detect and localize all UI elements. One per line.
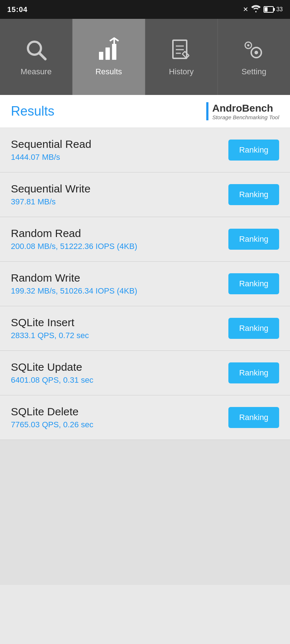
svg-rect-13 bbox=[182, 51, 189, 58]
result-name: SQLite Insert bbox=[11, 316, 228, 329]
result-value: 6401.08 QPS, 0.31 sec bbox=[11, 375, 228, 385]
ranking-button-sequential-write[interactable]: Ranking bbox=[228, 184, 279, 205]
page-title: Results bbox=[11, 104, 54, 119]
result-info: Sequential Write 397.81 MB/s bbox=[11, 183, 228, 207]
ranking-button-random-write[interactable]: Ranking bbox=[228, 273, 279, 294]
result-info: SQLite Delete 7765.03 QPS, 0.26 sec bbox=[11, 406, 228, 429]
svg-line-4 bbox=[39, 53, 45, 59]
status-time: 15:04 bbox=[7, 5, 28, 14]
result-item-sqlite-update: SQLite Update 6401.08 QPS, 0.31 sec Rank… bbox=[0, 351, 290, 395]
result-item-sqlite-delete: SQLite Delete 7765.03 QPS, 0.26 sec Rank… bbox=[0, 395, 290, 440]
svg-rect-7 bbox=[112, 44, 116, 60]
result-value: 2833.1 QPS, 0.72 sec bbox=[11, 331, 228, 340]
svg-rect-1 bbox=[265, 7, 268, 12]
result-name: SQLite Update bbox=[11, 361, 228, 373]
results-list: Sequential Read 1444.07 MB/s Ranking Seq… bbox=[0, 128, 290, 440]
brand-name: AndroBench bbox=[212, 103, 279, 114]
tab-setting[interactable]: Setting bbox=[218, 19, 290, 95]
result-item-sequential-read: Sequential Read 1444.07 MB/s Ranking bbox=[0, 128, 290, 173]
result-name: Random Read bbox=[11, 227, 228, 240]
svg-rect-2 bbox=[274, 8, 275, 11]
result-value: 199.32 MB/s, 51026.34 IOPS (4KB) bbox=[11, 286, 228, 296]
brand-accent-bar bbox=[206, 102, 208, 120]
tab-history[interactable]: History bbox=[145, 19, 218, 95]
result-item-sequential-write: Sequential Write 397.81 MB/s Ranking bbox=[0, 173, 290, 217]
battery-indicator: 33 bbox=[264, 6, 283, 13]
result-info: Random Read 200.08 MB/s, 51222.36 IOPS (… bbox=[11, 227, 228, 251]
result-item-random-write: Random Write 199.32 MB/s, 51026.34 IOPS … bbox=[0, 262, 290, 306]
result-item-sqlite-insert: SQLite Insert 2833.1 QPS, 0.72 sec Ranki… bbox=[0, 306, 290, 351]
gear-icon bbox=[241, 37, 266, 63]
result-name: Sequential Read bbox=[11, 138, 228, 150]
notification-icon: ✕ bbox=[243, 5, 248, 13]
svg-rect-6 bbox=[105, 47, 110, 60]
brand-logo: AndroBench Storage Benchmarking Tool bbox=[206, 102, 279, 120]
battery-level: 33 bbox=[276, 6, 283, 13]
result-name: Sequential Write bbox=[11, 183, 228, 195]
svg-point-15 bbox=[254, 51, 258, 54]
result-name: Random Write bbox=[11, 272, 228, 284]
result-value: 397.81 MB/s bbox=[11, 197, 228, 207]
page-header: Results AndroBench Storage Benchmarking … bbox=[0, 95, 290, 128]
bottom-empty-area bbox=[0, 440, 290, 585]
result-item-random-read: Random Read 200.08 MB/s, 51222.36 IOPS (… bbox=[0, 217, 290, 262]
tab-results-label: Results bbox=[95, 67, 122, 76]
result-value: 1444.07 MB/s bbox=[11, 153, 228, 162]
wifi-icon bbox=[251, 5, 261, 14]
result-value: 200.08 MB/s, 51222.36 IOPS (4KB) bbox=[11, 242, 228, 251]
result-value: 7765.03 QPS, 0.26 sec bbox=[11, 420, 228, 429]
result-name: SQLite Delete bbox=[11, 406, 228, 418]
ranking-button-sequential-read[interactable]: Ranking bbox=[228, 140, 279, 161]
nav-tabs: Measure Results History bbox=[0, 19, 290, 95]
ranking-button-sqlite-delete[interactable]: Ranking bbox=[228, 407, 279, 428]
tab-history-label: History bbox=[169, 67, 194, 76]
brand-subtitle: Storage Benchmarking Tool bbox=[212, 114, 279, 120]
svg-rect-5 bbox=[99, 52, 103, 60]
document-icon bbox=[169, 37, 194, 63]
ranking-button-sqlite-insert[interactable]: Ranking bbox=[228, 318, 279, 339]
brand-text: AndroBench Storage Benchmarking Tool bbox=[212, 103, 279, 120]
tab-results[interactable]: Results bbox=[72, 19, 145, 95]
ranking-button-sqlite-update[interactable]: Ranking bbox=[228, 362, 279, 383]
status-bar: 15:04 ✕ 33 bbox=[0, 0, 290, 19]
ranking-button-random-read[interactable]: Ranking bbox=[228, 229, 279, 250]
result-info: Sequential Read 1444.07 MB/s bbox=[11, 138, 228, 162]
tab-measure[interactable]: Measure bbox=[0, 19, 72, 95]
svg-point-17 bbox=[247, 44, 249, 46]
result-info: SQLite Insert 2833.1 QPS, 0.72 sec bbox=[11, 316, 228, 340]
tab-measure-label: Measure bbox=[21, 67, 52, 76]
chart-icon bbox=[96, 37, 121, 63]
search-icon bbox=[24, 37, 49, 63]
tab-setting-label: Setting bbox=[241, 67, 266, 76]
status-icons: ✕ 33 bbox=[243, 5, 283, 14]
result-info: Random Write 199.32 MB/s, 51026.34 IOPS … bbox=[11, 272, 228, 296]
result-info: SQLite Update 6401.08 QPS, 0.31 sec bbox=[11, 361, 228, 385]
